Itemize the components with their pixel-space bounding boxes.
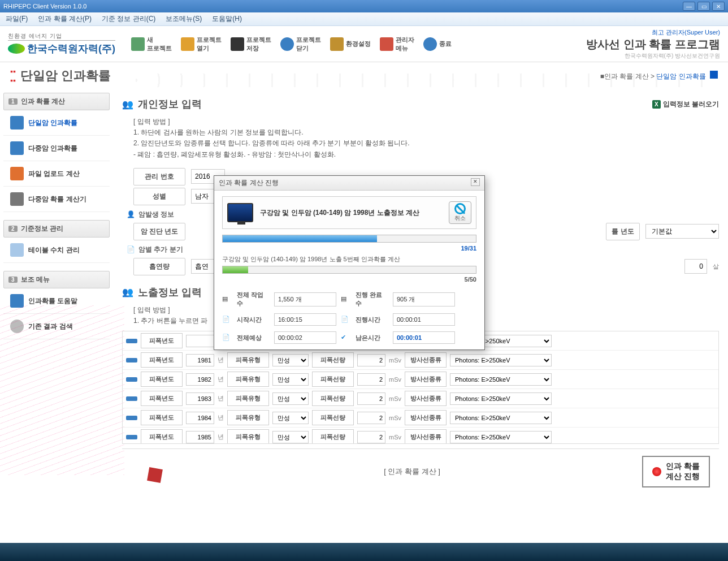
col-type: 피폭유형 xyxy=(227,410,269,425)
sidebar-item-single-cancer[interactable]: 단일암 인과확률 xyxy=(3,110,110,136)
menu-base[interactable]: 기준 정보 관리(C) xyxy=(102,14,155,24)
progress-count-1: 19/31 xyxy=(461,245,476,252)
col-year: 피폭년도 xyxy=(141,429,183,444)
col-dose: 피폭선량 xyxy=(312,352,354,368)
page-header: ▪▪▪▪ 단일암 인과확률 ■인과 확률 계산 > 단일암 인과확률 xyxy=(0,62,728,89)
close-window-button[interactable]: ✕ xyxy=(712,2,725,11)
select-exp-year[interactable]: 기본값 xyxy=(645,224,719,239)
select-type[interactable]: 만성 xyxy=(272,354,309,366)
new-project-icon xyxy=(131,37,145,51)
row-handle-icon[interactable] xyxy=(126,435,137,439)
col-dose: 피폭선량 xyxy=(312,372,354,387)
sidebar-item-table-manage[interactable]: 테이블 수치 관리 xyxy=(3,238,110,263)
sidebar-item-multi-cancer[interactable]: 다중암 인과확률 xyxy=(3,136,110,161)
os-taskbar[interactable] xyxy=(0,543,728,561)
row-handle-icon[interactable] xyxy=(126,377,137,382)
maximize-button[interactable]: ▭ xyxy=(697,2,710,11)
input-dose[interactable] xyxy=(357,392,385,405)
row-handle-icon[interactable] xyxy=(126,358,137,363)
menu-calc[interactable]: 인과 확률 계산(P) xyxy=(38,14,92,24)
done-jobs-value: 905 개 xyxy=(393,292,455,307)
progress-bar-2 xyxy=(222,266,476,274)
exit-button[interactable]: 종료 xyxy=(423,37,452,51)
start-time-value: 16:00:15 xyxy=(274,313,336,326)
select-rad[interactable]: Photons: E>250keV xyxy=(450,392,552,405)
sidebar-item-help[interactable]: 인과확률 도움말 xyxy=(3,288,110,314)
select-type[interactable]: 만성 xyxy=(272,412,309,424)
input-year[interactable] xyxy=(186,431,214,443)
section-personal: 개인정보 입력 xyxy=(138,97,202,111)
admin-menu-button[interactable]: 관리자메뉴 xyxy=(380,36,414,53)
select-type[interactable]: 만성 xyxy=(272,373,309,386)
input-year[interactable] xyxy=(186,392,214,405)
col-rad: 방사선종류 xyxy=(405,372,447,387)
select-type[interactable]: 만성 xyxy=(272,392,309,405)
row-handle-icon[interactable] xyxy=(126,339,137,343)
select-rad[interactable]: Photons: E>250keV xyxy=(450,354,552,366)
new-project-button[interactable]: 새프로젝트 xyxy=(131,36,172,53)
cube-icon xyxy=(10,141,24,155)
col-dose: 피폭선량 xyxy=(312,429,354,444)
label-sex: 성별 xyxy=(133,188,185,205)
help-icon xyxy=(10,294,24,308)
sidebar-item-calculator[interactable]: 다중암 확률 계산기 xyxy=(3,187,110,212)
person-icon: 👤 xyxy=(127,210,135,218)
sidebar-item-search-results[interactable]: 기존 결과 검색 xyxy=(3,314,110,339)
dialog-headline: 구강암 및 인두암 (140-149) 암 1998년 노출정보 계산 xyxy=(260,208,442,218)
leaf-icon xyxy=(8,44,25,54)
row-handle-icon[interactable] xyxy=(126,396,137,401)
monitor-icon xyxy=(227,203,253,222)
progress-count-2: 5/50 xyxy=(465,276,476,283)
company-logo: 친환경 에너지 기업 한국수력원자력(주) xyxy=(8,32,115,55)
import-button[interactable]: X입력정보 불러오기 xyxy=(652,100,719,109)
close-project-button[interactable]: 프로젝트닫기 xyxy=(280,36,321,53)
save-project-button[interactable]: 프로젝트저장 xyxy=(231,36,271,53)
menu-aux[interactable]: 보조메뉴(S) xyxy=(166,14,202,24)
table-row: 피폭년도년피폭유형만성피폭선량mSv방사선종류Photons: E>250keV xyxy=(123,351,718,370)
eta-value: 00:00:02 xyxy=(274,331,336,344)
row-handle-icon[interactable] xyxy=(126,416,137,420)
chart-icon xyxy=(380,37,393,51)
list-icon: ▤ xyxy=(222,295,230,303)
col-rad: 방사선종류 xyxy=(405,429,447,444)
col-type: 피폭유형 xyxy=(227,391,269,406)
menu-help[interactable]: 도움말(H) xyxy=(212,14,242,24)
select-rad[interactable]: Photons: E>250keV xyxy=(450,431,552,443)
input-year[interactable] xyxy=(186,412,214,424)
input-dose[interactable] xyxy=(357,354,385,366)
col-type: 피폭유형 xyxy=(227,352,269,368)
select-rad[interactable]: Photons: E>250keV xyxy=(450,373,552,386)
exit-icon xyxy=(423,37,437,51)
table-row: 피폭년도년피폭유형만성피폭선량mSv방사선종류Photons: E>250keV xyxy=(123,370,718,389)
col-type: 피폭유형 xyxy=(227,372,269,387)
minimize-button[interactable]: — xyxy=(683,2,695,11)
input-dose[interactable] xyxy=(357,431,385,443)
calculate-button[interactable]: 인과 확률 계산 진행 xyxy=(642,456,710,487)
progress-dialog: 인과 확률 계산 진행 ✕ 구강암 및 인두암 (140-149) 암 1998… xyxy=(214,175,485,350)
col-year: 피폭년도 xyxy=(141,410,183,425)
menu-file[interactable]: 파일(F) xyxy=(6,14,28,24)
cancel-button[interactable]: 취소 xyxy=(449,201,471,224)
input-year[interactable] xyxy=(186,335,214,347)
input-age[interactable] xyxy=(684,259,707,274)
close-icon xyxy=(280,37,294,51)
record-icon xyxy=(652,467,661,476)
sidebar-header-1: 1인과 확률 계산 xyxy=(3,93,110,110)
cube-3d-icon xyxy=(131,455,182,489)
col-year: 피폭년도 xyxy=(141,333,183,348)
settings-button[interactable]: 환경설정 xyxy=(330,37,371,51)
input-year[interactable] xyxy=(186,373,214,386)
breadcrumb-icon xyxy=(710,71,718,79)
select-type[interactable]: 만성 xyxy=(272,431,309,443)
input-dose[interactable] xyxy=(357,373,385,386)
input-year[interactable] xyxy=(186,354,214,366)
open-project-button[interactable]: 프로젝트열기 xyxy=(181,36,222,53)
help-text: [ 입력 방법 ] 1. 하단에 검사를 원하는 사람의 기본 정보를 입력합니… xyxy=(133,116,719,160)
select-rad[interactable]: Photons: E>250keV xyxy=(450,412,552,424)
window-title: RHIPEPC Client Version 1.0.0 xyxy=(3,3,86,10)
grid-icon xyxy=(10,243,24,257)
input-dose[interactable] xyxy=(357,412,385,424)
col-dose: 피폭선량 xyxy=(312,391,354,406)
sidebar-item-file-upload[interactable]: 파일 업로드 계산 xyxy=(3,161,110,187)
dialog-close-button[interactable]: ✕ xyxy=(471,178,480,186)
